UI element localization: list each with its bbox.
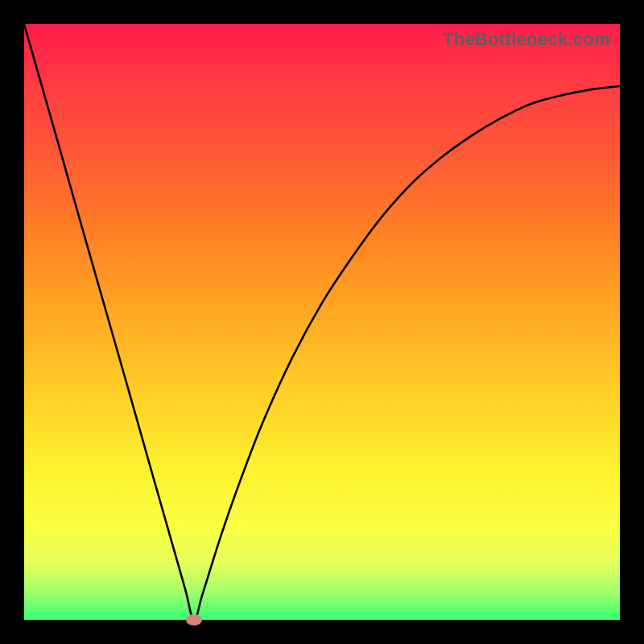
plot-area: TheBottleneck.com [24,24,620,620]
chart-frame: TheBottleneck.com [0,0,644,644]
bottleneck-curve [24,24,620,620]
minimum-marker [186,614,202,625]
